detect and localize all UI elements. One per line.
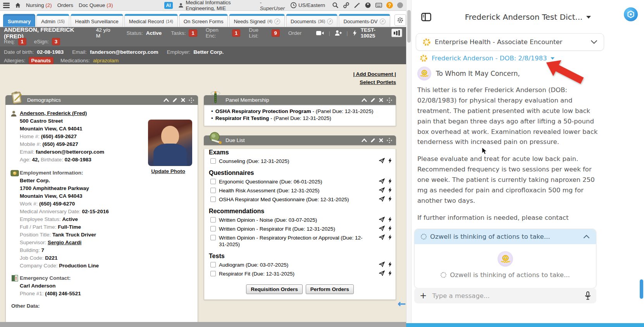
close-icon[interactable] [379,98,383,102]
chevron-up-icon[interactable] [583,235,590,239]
checkbox[interactable] [210,158,216,164]
move-icon[interactable] [189,98,194,103]
due-item-label[interactable]: Ergonomic Questionnaire (Due: 06-01-2025… [219,178,322,185]
checkbox[interactable] [210,226,216,231]
due-item-label[interactable]: Written Opinion - Respirator Fit (Due: 1… [219,226,335,232]
tab-summary[interactable]: Summary [3,14,35,27]
chat-title[interactable]: Frederick Anderson Test Dict... [465,12,583,22]
timezone-indicator[interactable]: US/Eastern [290,2,325,9]
open-enc-count-badge[interactable]: 1 [232,29,240,37]
attach-plus-icon[interactable]: + [420,291,427,300]
chevron-down-icon[interactable] [591,40,598,44]
nav-item-doc-queue[interactable]: Doc Queue (3) [79,2,113,8]
lightning-bolt-icon[interactable] [353,30,357,36]
tab-settings-gear-button[interactable] [394,14,406,26]
home-icon[interactable] [15,2,21,9]
send-icon[interactable] [379,178,385,184]
video-camera-icon[interactable] [316,30,324,36]
perform-bolt-icon[interactable] [388,226,392,231]
tab-health-surveillance[interactable]: Health Surveillance [71,14,123,27]
move-icon[interactable] [387,98,392,103]
checkbox[interactable] [210,262,216,267]
checkbox[interactable] [210,197,216,202]
chart-stats-button[interactable] [391,29,402,37]
collapse-panel-arrow[interactable]: ← [398,298,406,310]
checkbox[interactable] [210,188,216,193]
perform-bolt-icon[interactable] [388,235,392,240]
edit-pencil-icon[interactable] [370,138,375,143]
perform-orders-button[interactable]: Perform Orders [306,284,354,294]
tasks-count-badge[interactable]: 1 [189,29,197,37]
scrollbar-thumb[interactable] [407,10,411,43]
encounter-card[interactable]: Enterprise Health - Associate Encounter [416,33,604,51]
keyboard-icon[interactable] [375,2,382,9]
due-item-label[interactable]: OSHA Respirator Med Questionnaire (Due: … [219,196,349,203]
checkbox[interactable] [210,235,216,240]
close-icon[interactable] [181,98,185,102]
due-item-label[interactable]: Health Risk Assessment (Due: 12-31-2025) [219,187,320,194]
perform-bolt-icon[interactable] [388,217,392,222]
due-item-label[interactable]: Respirator Fit (Due: 12-31-2025) [219,271,294,277]
wand-icon[interactable] [354,2,360,9]
nav-item-orders[interactable]: Orders [57,2,73,8]
panel-membership-header[interactable]: Panel Membership [204,95,396,105]
send-icon[interactable] [379,271,385,276]
edit-pencil-icon[interactable] [172,98,177,103]
send-icon[interactable] [379,226,385,231]
medication-value[interactable]: alprazolam [93,58,119,63]
demographics-portlet-header[interactable]: Demographics [5,95,198,105]
edit-pencil-icon[interactable] [370,98,375,103]
send-icon[interactable] [379,217,385,222]
select-portlets-link[interactable]: Select Portlets [360,79,396,85]
menu-hamburger-icon[interactable] [3,3,10,8]
tab-documents-dv[interactable]: Documents-DV↗ [339,14,390,27]
due-list-count-badge[interactable]: 9 [272,29,280,37]
add-document-link[interactable]: | Add Document | [353,71,396,77]
send-icon[interactable] [379,158,385,163]
collapse-icon[interactable] [362,98,367,102]
sidebar-toggle-icon[interactable] [421,13,431,21]
globe-icon[interactable] [365,2,371,9]
send-icon[interactable] [379,187,385,193]
perform-bolt-icon[interactable] [388,196,392,202]
due-item-label[interactable]: Audiogram (Due: 03-07-2025) [219,262,288,268]
due-item-label[interactable]: Written Opinion - Respiratory Protection… [219,235,369,248]
perform-bolt-icon[interactable] [388,271,392,276]
ai-badge[interactable]: AI [164,2,173,9]
link-icon[interactable] [343,2,350,9]
send-icon[interactable] [379,262,385,267]
search-icon[interactable] [332,2,339,9]
supervisor-link[interactable]: Sergio Acardi [48,240,81,245]
due-list-header[interactable]: Due List [204,135,396,145]
nav-item-nursing[interactable]: Nursing (2) [26,2,52,8]
collapse-icon[interactable] [164,98,169,102]
perform-bolt-icon[interactable] [388,178,392,184]
chat-patient-context[interactable]: Frederick Anderson - DOB: 2/8/1983 [420,54,554,62]
chevron-down-icon[interactable] [551,57,554,60]
tab-on-screen-forms[interactable]: On Screen Forms [179,14,228,27]
perform-bolt-icon[interactable] [388,187,392,193]
checkbox[interactable] [210,271,216,276]
ozwell-logo[interactable] [624,7,638,21]
send-icon[interactable] [379,235,385,240]
microphone-icon[interactable] [585,291,591,300]
perform-bolt-icon[interactable] [388,158,392,163]
due-item-label[interactable]: Counseling (Due: 12-31-2025) [219,158,289,164]
chat-scrollbar-thumb[interactable] [640,279,643,299]
thinking-card-header[interactable]: Ozwell is thinking of actions to take... [415,229,596,244]
allergy-badge[interactable]: Peanuts [29,57,54,64]
send-icon[interactable] [379,196,385,202]
perform-bolt-icon[interactable] [388,262,392,267]
tab-medical-record[interactable]: Medical Record(14) [124,14,178,27]
req-count-badge[interactable]: 1 [18,38,26,45]
add-user-icon[interactable] [335,30,342,36]
panel-membership-item[interactable]: Respirator Fit Testing - (Panel Due: 12-… [206,115,392,122]
close-icon[interactable] [379,138,383,142]
order-link[interactable]: Order [288,30,302,36]
checkbox[interactable] [210,179,216,184]
chat-patient-line[interactable]: Frederick Anderson - DOB: 2/8/1983 [432,55,547,62]
due-item-label[interactable]: Written Opinion - Noise (Due: 03-07-2025… [219,217,317,223]
checkbox[interactable] [210,217,216,223]
esign-count-badge[interactable]: 3 [52,38,60,45]
move-icon[interactable] [387,138,392,143]
